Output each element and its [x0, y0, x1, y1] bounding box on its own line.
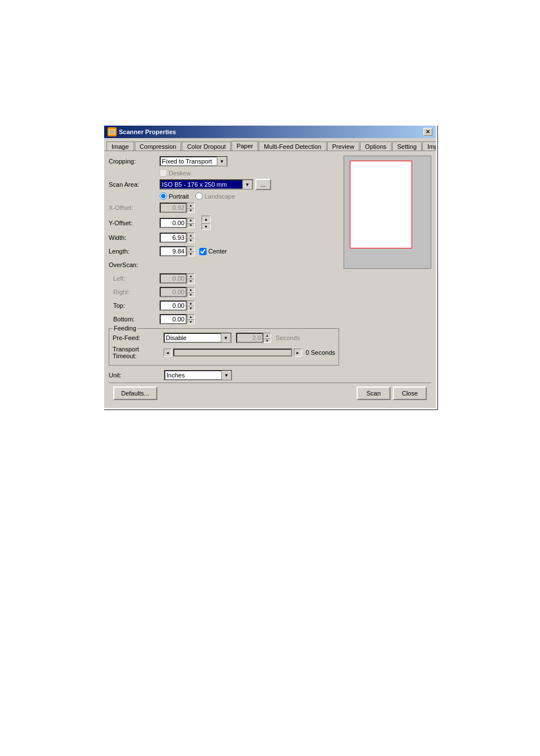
deskew-row: Deskew — [160, 169, 339, 177]
length-input[interactable]: 9.84 — [160, 246, 187, 256]
preview-up-button[interactable]: ▲ — [202, 216, 211, 222]
unit-select[interactable]: Inches — [164, 370, 232, 380]
right-input[interactable]: 0.00 — [160, 287, 187, 297]
close-button[interactable]: Close — [393, 386, 427, 400]
scan-area-select[interactable]: ISO B5 - 176 x 250 mm — [160, 179, 253, 190]
length-up-button[interactable]: ▲ — [187, 246, 195, 251]
prefeed-label: Pre-Feed: — [113, 334, 164, 341]
left-up-button[interactable]: ▲ — [187, 273, 195, 278]
top-input[interactable]: 0.00 — [160, 300, 187, 311]
right-panel — [344, 156, 431, 380]
yoffset-down-button[interactable]: ▼ — [187, 223, 195, 228]
tab-color-dropout[interactable]: Color Dropout — [182, 141, 230, 151]
xoffset-input[interactable]: 0.92 — [160, 203, 187, 213]
preview-down-button[interactable]: ▼ — [202, 223, 211, 230]
orientation-group: Portrait Landscape — [160, 192, 339, 200]
seconds-label: Seconds — [276, 334, 300, 341]
left-input[interactable]: 0.00 — [160, 273, 187, 284]
cropping-row: Cropping: Fixed to Transport — [109, 156, 339, 167]
scan-area-select-wrapper: ISO B5 - 176 x 250 mm — [160, 179, 253, 190]
length-label: Length: — [109, 248, 160, 255]
landscape-radio-label[interactable]: Landscape — [195, 192, 235, 200]
dialog-title: Scanner Properties — [119, 128, 176, 135]
xoffset-down-button[interactable]: ▼ — [187, 208, 195, 213]
length-down-button[interactable]: ▼ — [187, 251, 195, 256]
center-checkbox-label[interactable]: Center — [199, 248, 227, 255]
width-spinner: 6.93 ▲ ▼ — [160, 233, 195, 243]
right-up-button[interactable]: ▲ — [187, 287, 195, 292]
bottom-down-button[interactable]: ▼ — [187, 319, 195, 324]
overscan-label: OverScan: — [109, 261, 160, 268]
left-label: Left: — [109, 275, 160, 282]
tab-paper[interactable]: Paper — [232, 141, 258, 151]
landscape-radio[interactable] — [195, 192, 203, 200]
cropping-label: Cropping: — [109, 158, 160, 165]
tab-setting[interactable]: Setting — [392, 141, 422, 151]
unit-label: Unit: — [109, 372, 160, 379]
seconds-down-button[interactable]: ▼ — [263, 338, 271, 343]
left-panel: Cropping: Fixed to Transport — [109, 156, 339, 380]
deskew-checkbox[interactable] — [160, 169, 167, 177]
yoffset-row: Y-Offset: 0.00 ▲ ▼ ▲ — [109, 216, 339, 230]
cropping-select[interactable]: Fixed to Transport — [160, 156, 228, 166]
tab-imprinter[interactable]: Imprinter — [422, 141, 436, 151]
top-label: Top: — [109, 302, 160, 309]
scan-button[interactable]: Scan — [357, 386, 391, 400]
yoffset-input[interactable]: 0.00 — [160, 218, 187, 228]
bottom-up-button[interactable]: ▲ — [187, 314, 195, 319]
overscan-left-row: Left: 0.00 ▲ ▼ — [109, 273, 339, 284]
bottom-label: Bottom: — [109, 316, 160, 323]
length-spinner: 9.84 ▲ ▼ — [160, 246, 195, 256]
dialog-content: Cropping: Fixed to Transport — [104, 151, 436, 408]
tab-options[interactable]: Options — [360, 141, 392, 151]
top-down-button[interactable]: ▼ — [187, 306, 195, 311]
portrait-radio-label[interactable]: Portrait — [160, 192, 188, 200]
tab-image[interactable]: Image — [106, 141, 134, 151]
scan-area-label: Scan Area: — [109, 181, 160, 188]
transport-scroll-left[interactable]: ◄ — [164, 349, 172, 356]
overscan-header-row: OverScan: — [109, 259, 339, 270]
seconds-up-button[interactable]: ▲ — [263, 333, 271, 338]
right-down-button[interactable]: ▼ — [187, 292, 195, 297]
unit-section: Unit: Inches — [109, 370, 339, 380]
transport-value: 0 Seconds — [306, 349, 335, 356]
portrait-radio[interactable] — [160, 192, 167, 200]
left-down-button[interactable]: ▼ — [187, 278, 195, 284]
width-row: Width: 6.93 ▲ ▼ — [109, 232, 339, 243]
width-input[interactable]: 6.93 — [160, 233, 187, 243]
xoffset-row: X-Offset: 0.92 ▲ ▼ — [109, 202, 339, 213]
prefeed-select[interactable]: Disable — [164, 333, 232, 343]
main-panel: Cropping: Fixed to Transport — [109, 156, 431, 380]
seconds-input[interactable]: 2.0 — [236, 333, 263, 343]
tab-preview[interactable]: Preview — [327, 141, 359, 151]
defaults-button[interactable]: Defaults... — [113, 386, 157, 400]
transport-slider-track — [173, 349, 292, 356]
transport-scroll-right[interactable]: ► — [294, 349, 302, 356]
center-checkbox[interactable] — [199, 248, 207, 255]
title-bar: Scanner Properties ✕ — [104, 126, 436, 138]
feeding-section: Feeding Pre-Feed: Disable — [109, 328, 339, 366]
width-label: Width: — [109, 234, 160, 241]
scan-area-ellipsis-button[interactable]: ... — [255, 179, 271, 190]
overscan-right-row: Right: 0.00 ▲ ▼ — [109, 286, 339, 298]
xoffset-spinner: 0.92 ▲ ▼ — [160, 203, 195, 213]
top-spinner: 0.00 ▲ ▼ — [160, 300, 195, 311]
tab-multifeed[interactable]: Multi-Feed Detection — [259, 141, 327, 151]
yoffset-up-button[interactable]: ▲ — [187, 218, 195, 223]
cropping-select-wrapper: Fixed to Transport — [160, 156, 228, 166]
scanner-properties-dialog: Scanner Properties ✕ Image Compression C… — [103, 124, 437, 409]
close-icon[interactable]: ✕ — [423, 128, 432, 136]
right-label: Right: — [109, 289, 160, 295]
yoffset-spinner: 0.00 ▲ ▼ — [160, 218, 195, 228]
bottom-spinner: 0.00 ▲ ▼ — [160, 314, 195, 324]
xoffset-up-button[interactable]: ▲ — [187, 203, 195, 208]
tab-compression[interactable]: Compression — [135, 141, 182, 151]
prefeed-select-wrapper: Disable — [164, 333, 232, 343]
top-up-button[interactable]: ▲ — [187, 300, 195, 306]
bottom-input[interactable]: 0.00 — [160, 314, 187, 324]
width-up-button[interactable]: ▲ — [187, 233, 195, 238]
xoffset-label: X-Offset: — [109, 204, 160, 211]
prefeed-row: Pre-Feed: Disable 2.0 — [113, 332, 335, 343]
width-down-button[interactable]: ▼ — [187, 238, 195, 243]
yoffset-label: Y-Offset: — [109, 220, 160, 226]
